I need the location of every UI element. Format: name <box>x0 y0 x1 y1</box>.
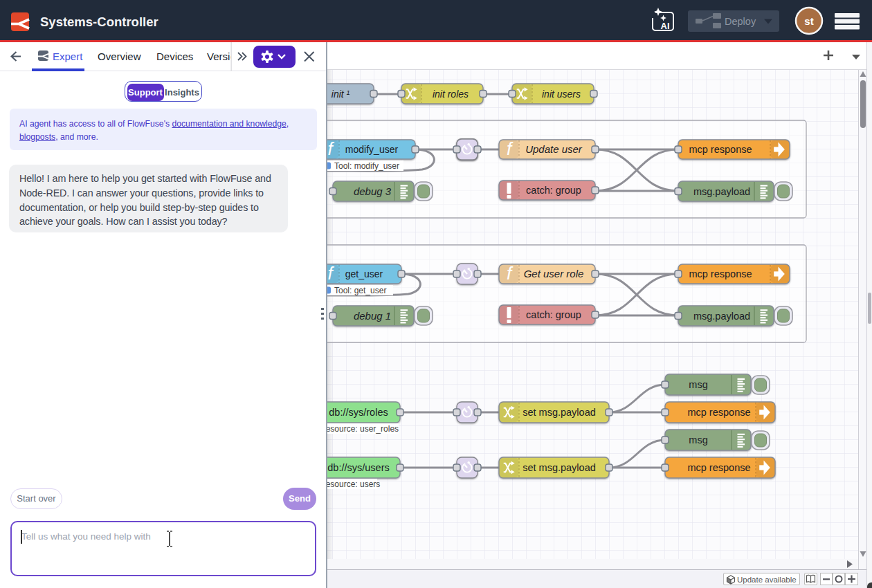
svg-text:Systems-Controller: Systems-Controller <box>40 15 158 29</box>
svg-text:Deploy: Deploy <box>725 16 756 27</box>
svg-text:debug 1: debug 1 <box>354 310 391 322</box>
svg-text:get_user: get_user <box>345 268 383 279</box>
svg-text:msg: msg <box>689 379 707 390</box>
svg-text:msg: msg <box>689 434 707 445</box>
svg-text:catch: group: catch: group <box>526 309 581 320</box>
svg-text:Tool: modify_user: Tool: modify_user <box>334 161 399 171</box>
svg-text:init ¹: init ¹ <box>331 89 350 100</box>
svg-text:mcp response: mcp response <box>687 462 750 473</box>
svg-text:modify_user: modify_user <box>345 144 399 155</box>
svg-text:Update user: Update user <box>525 143 583 155</box>
svg-text:msg.payload: msg.payload <box>693 311 750 322</box>
svg-text:Overview: Overview <box>98 50 141 62</box>
svg-text:st: st <box>804 15 813 27</box>
svg-text:set msg.payload: set msg.payload <box>523 407 596 418</box>
svg-text:set msg.payload: set msg.payload <box>523 462 596 473</box>
svg-text:catch: group: catch: group <box>526 185 581 196</box>
svg-text:mcp response: mcp response <box>687 407 750 418</box>
svg-text:Devices: Devices <box>156 50 193 62</box>
svg-text:init users: init users <box>542 89 581 100</box>
svg-text:mcp response: mcp response <box>689 144 752 155</box>
svg-text:AI: AI <box>661 21 670 31</box>
svg-text:debug 3: debug 3 <box>354 185 392 197</box>
svg-text:Tool: get_user: Tool: get_user <box>334 286 386 295</box>
svg-text:Resource: user_roles: Resource: user_roles <box>327 424 399 434</box>
svg-text:Get user role: Get user role <box>524 268 584 279</box>
svg-text:db://sys/users: db://sys/users <box>327 462 389 473</box>
svg-text:init roles: init roles <box>433 89 469 100</box>
svg-text:mcp response: mcp response <box>689 268 752 279</box>
svg-text:Resource: users: Resource: users <box>327 479 380 489</box>
svg-text:Expert: Expert <box>53 50 83 62</box>
svg-text:db://sys/roles: db://sys/roles <box>329 407 388 418</box>
svg-text:msg.payload: msg.payload <box>693 186 750 197</box>
